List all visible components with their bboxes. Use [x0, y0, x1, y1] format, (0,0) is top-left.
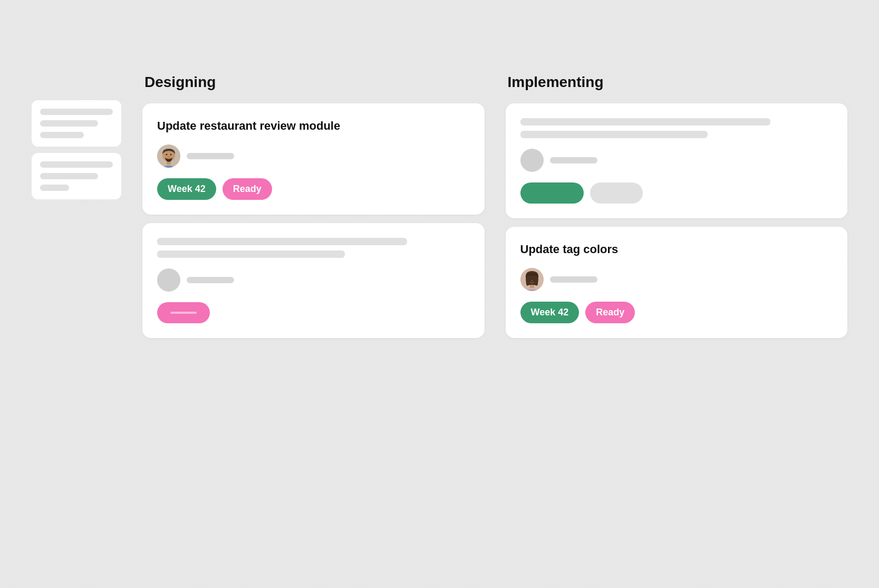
card-tags: Week 42 Ready: [520, 302, 833, 323]
column-implementing: Implementing: [506, 74, 848, 338]
tag-week42[interactable]: Week 42: [157, 178, 216, 200]
column-header-designing: Designing: [142, 74, 485, 91]
svg-point-12: [533, 277, 535, 279]
card-skeleton-implementing[interactable]: [506, 103, 848, 218]
avatar-name-placeholder: [550, 157, 597, 163]
skeleton-line: [40, 120, 98, 127]
cards-list-implementing: Update tag colors: [506, 103, 848, 338]
left-panel: [32, 100, 121, 199]
avatar-name-placeholder: [187, 277, 234, 283]
left-card-2: [32, 153, 121, 199]
card-tags: [157, 302, 470, 323]
tag-ready[interactable]: Ready: [585, 302, 635, 323]
cards-list-designing: Update restaurant review module: [142, 103, 485, 338]
skeleton-line: [40, 161, 113, 168]
tag-gray-skeleton: [590, 182, 643, 204]
tag-green-skeleton: [520, 182, 584, 204]
tag-week42[interactable]: Week 42: [520, 302, 579, 323]
card-meta: [157, 268, 470, 292]
card-meta: [157, 144, 470, 168]
avatar-female: [520, 268, 544, 291]
column-designing: Designing Update restaurant review modul…: [142, 74, 485, 338]
card-meta: [520, 149, 833, 172]
card-meta: [520, 268, 833, 291]
svg-point-5: [170, 153, 172, 155]
skeleton-title-line: [520, 118, 770, 126]
svg-point-1: [159, 166, 178, 168]
svg-point-13: [531, 280, 532, 281]
card-update-tag-colors[interactable]: Update tag colors: [506, 227, 848, 338]
card-title: Update restaurant review module: [157, 118, 470, 134]
skeleton-line: [40, 109, 113, 115]
skeleton-title-line: [157, 238, 407, 245]
avatar-placeholder: [157, 268, 180, 292]
card-skeleton-designing[interactable]: [142, 223, 485, 338]
left-card-1: [32, 100, 121, 147]
column-header-implementing: Implementing: [506, 74, 848, 91]
card-title: Update tag colors: [520, 242, 833, 257]
card-tags: [520, 182, 833, 204]
skeleton-line: [40, 185, 69, 191]
columns-area: Designing Update restaurant review modul…: [142, 74, 847, 338]
main-layout: Designing Update restaurant review modul…: [0, 0, 879, 588]
avatar-name-placeholder: [187, 153, 234, 159]
avatar-male: [157, 144, 180, 168]
svg-point-4: [166, 153, 168, 155]
tag-ready[interactable]: Ready: [223, 178, 272, 200]
svg-point-11: [529, 277, 530, 279]
avatar-name-placeholder: [550, 276, 597, 283]
skeleton-line: [40, 132, 84, 138]
skeleton-line: [40, 173, 98, 179]
skeleton-title-line: [520, 131, 708, 138]
card-tags: Week 42 Ready: [157, 178, 470, 200]
tag-pink-skeleton: [157, 302, 210, 323]
avatar-placeholder: [520, 149, 544, 172]
svg-point-8: [523, 289, 542, 291]
svg-point-6: [168, 156, 170, 157]
skeleton-title-line: [157, 250, 345, 258]
card-update-restaurant[interactable]: Update restaurant review module: [142, 103, 485, 215]
